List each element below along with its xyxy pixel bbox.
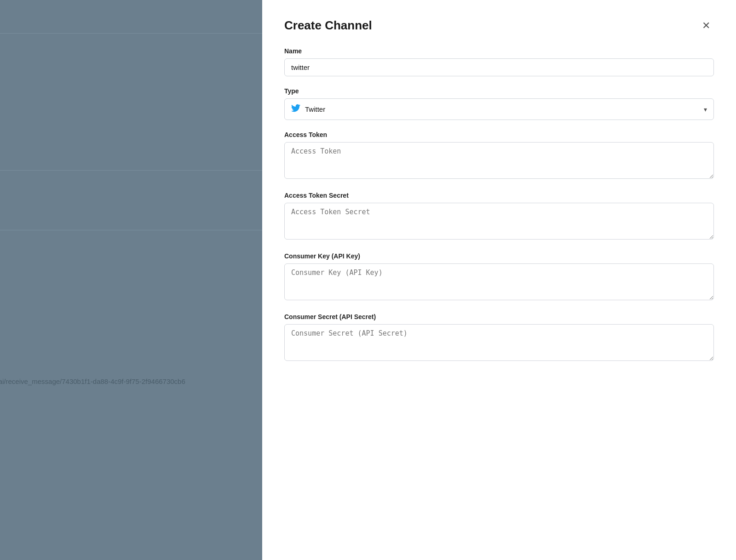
consumer-key-field-group: Consumer Key (API Key) <box>284 252 714 302</box>
consumer-secret-label: Consumer Secret (API Secret) <box>284 313 714 320</box>
access-token-label: Access Token <box>284 131 714 138</box>
name-input[interactable] <box>284 58 714 76</box>
modal-title: Create Channel <box>284 18 372 33</box>
consumer-secret-field-group: Consumer Secret (API Secret) <box>284 313 714 363</box>
backdrop-divider-1 <box>0 33 262 34</box>
modal-header: Create Channel ✕ <box>284 18 714 33</box>
consumer-secret-input[interactable] <box>284 324 714 361</box>
close-button[interactable]: ✕ <box>698 19 714 33</box>
backdrop-divider-2 <box>0 170 262 171</box>
type-select-wrapper[interactable]: Twitter ▾ <box>284 98 714 120</box>
name-label: Name <box>284 47 714 55</box>
type-label: Type <box>284 87 714 95</box>
type-select-value: Twitter <box>305 105 325 113</box>
consumer-key-label: Consumer Key (API Key) <box>284 252 714 260</box>
access-token-secret-input[interactable] <box>284 203 714 240</box>
name-field-group: Name <box>284 47 714 76</box>
backdrop-divider-3 <box>0 230 262 230</box>
modal-panel: Create Channel ✕ Name Type Twitter ▾ <box>262 0 736 560</box>
type-select-display[interactable]: Twitter ▾ <box>284 98 714 120</box>
twitter-bird-icon <box>291 103 300 115</box>
chevron-down-icon: ▾ <box>704 106 707 113</box>
backdrop: ta.ai/receive_message/7430b1f1-da88-4c9f… <box>0 0 262 560</box>
type-field-group: Type Twitter ▾ <box>284 87 714 120</box>
consumer-key-input[interactable] <box>284 263 714 300</box>
access-token-input[interactable] <box>284 142 714 179</box>
type-select-left: Twitter <box>291 103 325 115</box>
access-token-secret-label: Access Token Secret <box>284 192 714 199</box>
backdrop-url-text: ta.ai/receive_message/7430b1f1-da88-4c9f… <box>0 377 185 385</box>
access-token-secret-field-group: Access Token Secret <box>284 192 714 241</box>
access-token-field-group: Access Token <box>284 131 714 181</box>
